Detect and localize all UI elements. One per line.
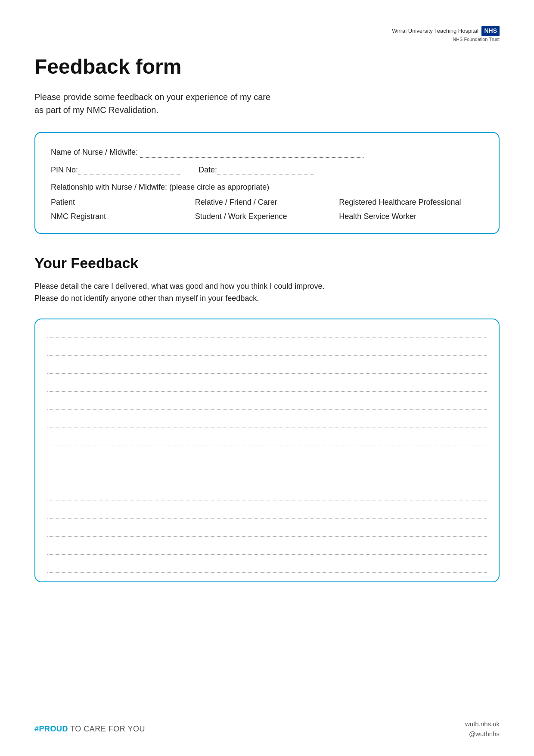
foundation-trust: NHS Foundation Trust xyxy=(392,36,500,43)
proud-text: #PROUD xyxy=(34,725,68,733)
option-health-service: Health Service Worker xyxy=(339,212,483,221)
relationship-options-row1: Patient Relative / Friend / Carer Regist… xyxy=(51,198,483,207)
write-line-10 xyxy=(47,491,487,500)
write-line-11 xyxy=(47,509,487,519)
name-label: Name of Nurse / Midwife: xyxy=(51,148,138,156)
footer-rest-text: TO CARE FOR YOU xyxy=(68,725,145,733)
option-patient: Patient xyxy=(51,198,195,207)
write-line-3 xyxy=(47,364,487,374)
write-line-6 xyxy=(47,419,487,428)
option-relative: Relative / Friend / Carer xyxy=(195,198,339,207)
pin-dotted-line xyxy=(78,166,181,175)
option-registered: Registered Healthcare Professional xyxy=(339,198,483,207)
feedback-box[interactable] xyxy=(34,319,500,582)
option-student: Student / Work Experience xyxy=(195,212,339,221)
header: Wirral University Teaching Hospital NHS … xyxy=(34,26,500,43)
footer-website: wuth.nhs.uk xyxy=(465,720,500,728)
write-line-9 xyxy=(47,473,487,482)
option-nmc: NMC Registrant xyxy=(51,212,195,221)
date-section: Date: xyxy=(199,166,316,176)
intro-text: Please provide some feedback on your exp… xyxy=(34,91,500,116)
info-box: Name of Nurse / Midwife: PIN No: Date: R… xyxy=(34,132,500,234)
page: Wirral University Teaching Hospital NHS … xyxy=(0,0,534,756)
relationship-options-row2: NMC Registrant Student / Work Experience… xyxy=(51,212,483,221)
feedback-description: Please detail the care I delivered, what… xyxy=(34,280,500,305)
pin-section: PIN No: xyxy=(51,166,181,176)
footer-tagline: #PROUD TO CARE FOR YOU xyxy=(34,725,145,734)
pin-label: PIN No: xyxy=(51,166,78,175)
write-line-1 xyxy=(47,328,487,337)
write-line-14 xyxy=(47,563,487,573)
write-line-2 xyxy=(47,346,487,356)
write-line-7 xyxy=(47,437,487,446)
write-line-13 xyxy=(47,545,487,555)
write-line-4 xyxy=(47,382,487,392)
nhs-badge: NHS xyxy=(481,26,500,36)
write-line-8 xyxy=(47,455,487,464)
name-row: Name of Nurse / Midwife: xyxy=(51,145,483,159)
feedback-section-title: Your Feedback xyxy=(34,255,500,272)
page-title: Feedback form xyxy=(34,56,500,78)
name-dotted-line xyxy=(140,145,364,158)
footer-social: @wuthnhs xyxy=(469,730,500,737)
date-dotted-line xyxy=(217,166,316,175)
date-label: Date: xyxy=(199,166,217,175)
nhs-logo-area: Wirral University Teaching Hospital NHS … xyxy=(392,26,500,43)
write-line-12 xyxy=(47,527,487,537)
relationship-label: Relationship with Nurse / Midwife: (plea… xyxy=(51,183,483,192)
footer-contact: wuth.nhs.uk @wuthnhs xyxy=(465,719,500,739)
footer: #PROUD TO CARE FOR YOU wuth.nhs.uk @wuth… xyxy=(34,715,500,739)
hospital-name: Wirral University Teaching Hospital xyxy=(392,28,478,34)
write-line-5 xyxy=(47,400,487,410)
pin-date-row: PIN No: Date: xyxy=(51,166,483,176)
